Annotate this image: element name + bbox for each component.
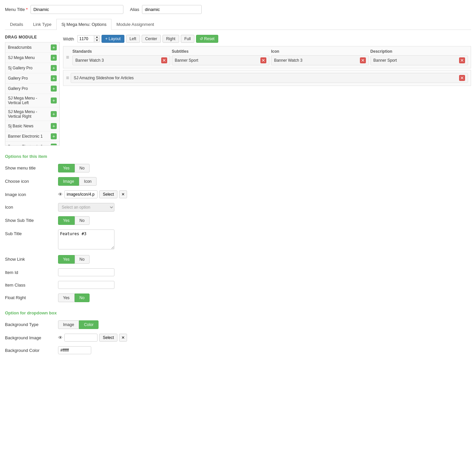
item-class-row: Item Class bbox=[5, 281, 471, 289]
grid-col-icon: Icon Banner Watch 3 ✕ bbox=[271, 49, 369, 65]
sidebar-add-btn-7[interactable]: + bbox=[51, 123, 57, 129]
center-btn[interactable]: Center bbox=[142, 35, 161, 43]
background-color-input[interactable] bbox=[58, 346, 91, 354]
show-link-label: Show Link bbox=[5, 255, 58, 262]
reset-btn[interactable]: ↺ Reset bbox=[196, 35, 218, 43]
sidebar-add-btn-9[interactable]: + bbox=[51, 144, 57, 145]
sidebar-item-gallery-pro-1[interactable]: Gallery Pro + bbox=[5, 73, 59, 84]
image-icon-row: Image icon 👁 Select ✕ bbox=[5, 190, 471, 198]
sidebar-add-btn-6[interactable]: + bbox=[51, 111, 57, 117]
show-menu-title-yes-btn[interactable]: Yes bbox=[58, 164, 75, 172]
options-this-item-section: Options for this item Show menu title Ye… bbox=[5, 154, 471, 302]
item-id-input[interactable] bbox=[58, 268, 114, 276]
image-icon-control: 👁 Select ✕ bbox=[58, 190, 471, 198]
sidebar-add-btn-2[interactable]: + bbox=[51, 65, 57, 71]
remove-description-btn[interactable]: ✕ bbox=[459, 57, 465, 63]
module-badge-standards: Banner Watch 3 ✕ bbox=[72, 55, 170, 65]
tab-bar: Details Link Type Sj Mega Menu: Options … bbox=[5, 19, 471, 30]
icon-row: Icon Select an option bbox=[5, 203, 471, 212]
tab-details[interactable]: Details bbox=[5, 19, 28, 30]
float-right-row: Float Right Yes No bbox=[5, 294, 471, 302]
background-type-control: Image Color bbox=[58, 320, 471, 329]
icon-select[interactable]: Select an option bbox=[58, 203, 114, 212]
sidebar-item-sj-gallery-pro[interactable]: Sj Gallery Pro + bbox=[5, 63, 59, 73]
remove-standards-btn[interactable]: ✕ bbox=[161, 57, 167, 63]
module-badge-icon: Banner Watch 3 ✕ bbox=[271, 55, 369, 65]
right-btn[interactable]: Right bbox=[163, 35, 179, 43]
sidebar-add-btn-0[interactable]: + bbox=[51, 44, 57, 50]
menu-title-label: Menu Title * bbox=[5, 7, 28, 12]
float-right-no-btn[interactable]: No bbox=[75, 294, 90, 302]
background-image-eye-icon[interactable]: 👁 bbox=[58, 335, 63, 340]
item-class-input[interactable] bbox=[58, 281, 114, 289]
tab-sj-mega-menu[interactable]: Sj Mega Menu: Options bbox=[56, 19, 111, 30]
width-up-btn[interactable]: ▲ bbox=[94, 35, 100, 39]
show-menu-title-label: Show menu title bbox=[5, 164, 58, 170]
sidebar-add-btn-8[interactable]: + bbox=[51, 133, 57, 139]
image-icon-path-input[interactable] bbox=[64, 190, 98, 198]
sidebar-item-sj-mega-menu-vertical-left[interactable]: SJ Mega Menu - Vertical Left + bbox=[5, 94, 59, 107]
sub-title-textarea[interactable]: Features #3 bbox=[58, 230, 114, 249]
remove-icon-btn[interactable]: ✕ bbox=[360, 57, 366, 63]
tab-module-assignment[interactable]: Module Assignment bbox=[111, 19, 159, 30]
float-right-label: Float Right bbox=[5, 294, 58, 300]
sidebar-item-gallery-pro-2[interactable]: Gallery Pro + bbox=[5, 84, 59, 94]
background-type-label: Background Type bbox=[5, 320, 58, 327]
col-header-standards: Standards bbox=[72, 49, 170, 54]
choose-icon-icon-btn[interactable]: Icon bbox=[79, 177, 97, 186]
background-image-select-btn[interactable]: Select bbox=[99, 334, 117, 342]
width-down-btn[interactable]: ▼ bbox=[94, 39, 100, 42]
menu-title-input[interactable] bbox=[31, 5, 123, 14]
grid-row-1: ≡ Standards Banner Watch 3 ✕ Subtitles B… bbox=[63, 46, 471, 68]
width-input[interactable] bbox=[77, 35, 94, 42]
background-image-path-input[interactable] bbox=[64, 334, 98, 342]
grid-row-2: ≡ SJ Amazing Slideshow for Articles ✕ bbox=[63, 70, 471, 86]
tab-link-type[interactable]: Link Type bbox=[28, 19, 56, 30]
background-image-clear-btn[interactable]: ✕ bbox=[119, 334, 127, 342]
show-sub-title-label: Show Sub Title bbox=[5, 216, 58, 223]
float-right-yes-btn[interactable]: Yes bbox=[58, 294, 75, 302]
sub-title-label: Sub Title bbox=[5, 230, 58, 236]
remove-row2-btn[interactable]: ✕ bbox=[459, 75, 465, 81]
width-label: Width bbox=[63, 36, 74, 41]
choose-icon-image-btn[interactable]: Image bbox=[58, 177, 79, 186]
background-type-color-btn[interactable]: Color bbox=[79, 320, 99, 329]
grid-col-description: Description Banner Sport ✕ bbox=[371, 49, 468, 65]
sidebar-item-sj-mega-menu[interactable]: SJ Mega Menu + bbox=[5, 53, 59, 63]
show-menu-title-row: Show menu title Yes No bbox=[5, 164, 471, 172]
choose-icon-row: Choose icon Image Icon bbox=[5, 177, 471, 186]
sidebar-add-btn-3[interactable]: + bbox=[51, 75, 57, 81]
sidebar-item-banner-electronic-1[interactable]: Banner Electronic 1 + bbox=[5, 131, 59, 142]
sidebar-item-banner-electronic-2[interactable]: Banner Electronic 2 + bbox=[5, 142, 59, 145]
width-input-wrap: ▲ ▼ bbox=[77, 35, 100, 42]
full-btn[interactable]: Full bbox=[181, 35, 194, 43]
background-color-label: Background Color bbox=[5, 346, 58, 353]
show-sub-title-yes-btn[interactable]: Yes bbox=[58, 216, 75, 225]
sidebar-item-breadcrumbs[interactable]: Breadcrumbs + bbox=[5, 42, 59, 53]
row2-handle[interactable]: ≡ bbox=[66, 75, 69, 81]
sidebar-add-btn-4[interactable]: + bbox=[51, 86, 57, 92]
grid-col-standards: Standards Banner Watch 3 ✕ bbox=[72, 49, 170, 65]
alias-input[interactable] bbox=[142, 5, 202, 14]
choose-icon-label: Choose icon bbox=[5, 177, 58, 184]
show-link-no-btn[interactable]: No bbox=[75, 255, 90, 264]
remove-subtitles-btn[interactable]: ✕ bbox=[260, 57, 266, 63]
sidebar-item-sj-mega-menu-vertical-right[interactable]: SJ Mega Menu - Vertical Right + bbox=[5, 107, 59, 121]
sidebar-item-sj-basic-news[interactable]: Sj Basic News + bbox=[5, 121, 59, 131]
image-icon-eye-icon[interactable]: 👁 bbox=[58, 192, 63, 197]
show-menu-title-no-btn[interactable]: No bbox=[75, 164, 90, 172]
background-type-image-btn[interactable]: Image bbox=[58, 320, 79, 329]
left-btn[interactable]: Left bbox=[126, 35, 140, 43]
row1-handle[interactable]: ≡ bbox=[66, 54, 69, 60]
sidebar-add-btn-5[interactable]: + bbox=[51, 98, 57, 103]
module-badge-subtitles: Banner Sport ✕ bbox=[172, 55, 269, 65]
background-image-label: Background Image bbox=[5, 334, 58, 340]
image-icon-select-btn[interactable]: Select bbox=[99, 190, 117, 198]
show-link-yes-btn[interactable]: Yes bbox=[58, 255, 75, 264]
show-link-control: Yes No bbox=[58, 255, 471, 264]
show-sub-title-no-btn[interactable]: No bbox=[75, 216, 90, 225]
image-icon-clear-btn[interactable]: ✕ bbox=[119, 190, 127, 198]
layout-btn[interactable]: + Layout bbox=[102, 35, 124, 43]
sidebar-scroll: Breadcrumbs + SJ Mega Menu + Sj Gallery … bbox=[5, 42, 59, 145]
sidebar-add-btn-1[interactable]: + bbox=[51, 55, 57, 61]
